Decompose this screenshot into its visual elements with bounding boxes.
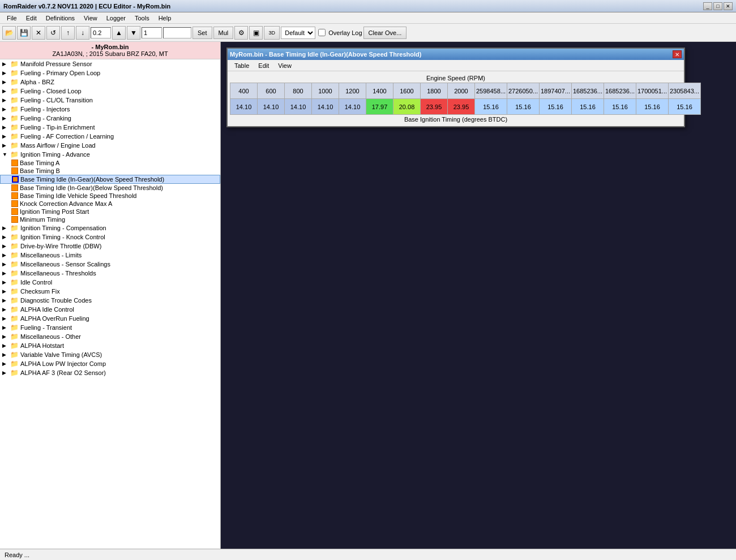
expand-icon[interactable]: ▶ [2, 288, 9, 294]
expand-icon[interactable]: ▶ [2, 334, 9, 339]
expand-icon[interactable]: ▼ [2, 152, 9, 157]
minimize-button[interactable]: _ [703, 2, 712, 10]
expand-icon[interactable]: ▶ [2, 143, 9, 148]
expand-icon[interactable]: ▶ [2, 225, 9, 231]
overlay-log-checkbox[interactable] [318, 29, 326, 36]
data-cell[interactable]: 15.16 [636, 99, 669, 115]
expand-icon[interactable]: ▶ [2, 234, 9, 240]
tree-item[interactable]: Base Timing Idle (In-Gear)(Below Speed T… [0, 184, 220, 192]
expand-icon[interactable]: ▶ [2, 307, 9, 312]
toolbar-save-button[interactable]: 💾 [17, 26, 31, 40]
data-cell[interactable]: 15.16 [540, 99, 572, 115]
tree-item[interactable]: ▶📁ALPHA AF 3 (Rear O2 Sensor) [0, 368, 220, 377]
expand-icon[interactable]: ▶ [2, 243, 9, 249]
expand-icon[interactable]: ▶ [2, 97, 9, 103]
tree-item[interactable]: ▶📁Fueling - Closed Loop [0, 87, 220, 96]
tree-item[interactable]: ▶📁Diagnostic Trouble Codes [0, 296, 220, 305]
toolbar-icon1[interactable]: ⚙ [234, 26, 248, 40]
data-cell[interactable]: 14.10 [258, 99, 285, 115]
tree-item[interactable]: Knock Correction Advance Max A [0, 200, 220, 208]
expand-icon[interactable]: ▶ [2, 70, 9, 76]
tree-item[interactable]: ▶📁Miscellaneous - Thresholds [0, 269, 220, 278]
data-cell[interactable]: 15.16 [669, 99, 701, 115]
title-bar-buttons[interactable]: _ □ ✕ [703, 2, 733, 10]
expand-icon[interactable]: ▶ [2, 61, 9, 67]
data-cell[interactable]: 20.08 [393, 99, 421, 115]
tree-item[interactable]: ▶📁Manifold Pressure Sensor [0, 59, 220, 68]
tree-item[interactable]: Ignition Timing Post Start [0, 208, 220, 216]
expand-icon[interactable]: ▶ [2, 88, 9, 94]
set-button[interactable]: Set [192, 27, 212, 39]
toolbar-input3[interactable] [163, 27, 191, 38]
expand-icon[interactable]: ▶ [2, 298, 9, 303]
data-cell[interactable]: 14.10 [285, 99, 312, 115]
tree-item[interactable]: ▶📁ALPHA Low PW Injector Comp [0, 359, 220, 368]
menu-file[interactable]: File [2, 14, 22, 23]
expand-icon[interactable]: ▶ [2, 124, 9, 130]
tree-item[interactable]: ▶📁Miscellaneous - Sensor Scalings [0, 260, 220, 269]
tree-item[interactable]: ▶📁Miscellaneous - Other [0, 332, 220, 341]
data-cell[interactable]: 14.10 [230, 99, 258, 115]
tree-item[interactable]: ▶📁Fueling - Transient [0, 323, 220, 332]
tree-item[interactable]: ▶📁Fueling - CL/OL Transition [0, 96, 220, 105]
expand-icon[interactable]: ▶ [2, 352, 9, 357]
data-cell[interactable]: 14.10 [312, 99, 339, 115]
menu-tools[interactable]: Tools [130, 14, 154, 23]
toolbar-up-button[interactable]: ↑ [61, 26, 75, 40]
data-cell[interactable]: 14.10 [339, 99, 366, 115]
expand-icon[interactable]: ▶ [2, 270, 9, 276]
data-cell[interactable]: 15.16 [475, 99, 507, 115]
data-cell[interactable]: 15.16 [507, 99, 540, 115]
toolbar-open-button[interactable]: 📂 [2, 26, 16, 40]
tree-item[interactable]: ▶📁Checksum Fix [0, 287, 220, 296]
tree-item[interactable]: ▶📁Fueling - AF Correction / Learning [0, 132, 220, 141]
expand-icon[interactable]: ▶ [2, 106, 9, 112]
toolbar-input2[interactable] [142, 27, 162, 38]
toolbar-close-button[interactable]: ✕ [32, 26, 45, 40]
tree-item[interactable]: Base Timing Idle Vehicle Speed Threshold [0, 192, 220, 200]
expand-icon[interactable]: ▶ [2, 115, 9, 121]
toolbar-arrow-up[interactable]: ▲ [112, 26, 126, 40]
menu-definitions[interactable]: Definitions [41, 14, 79, 23]
clear-ove-button[interactable]: Clear Ove... [363, 27, 407, 39]
tree-item[interactable]: ▶📁Ignition Timing - Knock Control [0, 232, 220, 242]
data-cell[interactable]: 17.97 [366, 99, 393, 115]
maximize-button[interactable]: □ [713, 2, 722, 10]
tree-item[interactable]: ▶📁Drive-by-Wire Throttle (DBW) [0, 242, 220, 251]
menu-edit[interactable]: Edit [22, 14, 41, 23]
tree-item[interactable]: ▶📁Miscellaneous - Limits [0, 251, 220, 260]
inner-close-button[interactable]: ✕ [673, 50, 682, 58]
toolbar-icon2[interactable]: ▣ [249, 26, 263, 40]
mul-button[interactable]: Mul [213, 27, 234, 39]
tree-item[interactable]: ▼📁Ignition Timing - Advance [0, 150, 220, 159]
toolbar-arrow-down[interactable]: ▼ [127, 26, 140, 40]
tree-item[interactable]: Minimum Timing [0, 216, 220, 223]
tree-item[interactable]: ▶📁Idle Control [0, 278, 220, 287]
data-cell[interactable]: 15.16 [604, 99, 636, 115]
expand-icon[interactable]: ▶ [2, 261, 9, 267]
toolbar-down-button[interactable]: ↓ [76, 26, 89, 40]
tree-item[interactable]: ▶📁Fueling - Injectors [0, 105, 220, 114]
tree-item[interactable]: ▶📁ALPHA OverRun Fueling [0, 314, 220, 323]
toolbar-input1[interactable] [91, 27, 111, 38]
menu-view[interactable]: View [79, 14, 102, 23]
tree-item[interactable]: ▶📁Fueling - Cranking [0, 114, 220, 123]
tree-item[interactable]: ▶📁Mass Airflow / Engine Load [0, 141, 220, 150]
expand-icon[interactable]: ▶ [2, 79, 9, 85]
toolbar-refresh-button[interactable]: ↺ [46, 26, 60, 40]
data-cell[interactable]: 23.95 [421, 99, 448, 115]
tree-item[interactable]: ▶📁ALPHA Idle Control [0, 305, 220, 314]
tree-item[interactable]: ▶📁Fueling - Primary Open Loop [0, 68, 220, 77]
tree-item[interactable]: ▶📁Fueling - Tip-in Enrichment [0, 123, 220, 132]
data-cell[interactable]: 15.16 [572, 99, 604, 115]
expand-icon[interactable]: ▶ [2, 279, 9, 285]
expand-icon[interactable]: ▶ [2, 316, 9, 321]
inner-menu-view[interactable]: View [273, 61, 296, 70]
menu-help[interactable]: Help [154, 14, 176, 23]
tree-item[interactable]: Base Timing A [0, 159, 220, 167]
toolbar-dropdown[interactable]: Default [281, 27, 315, 39]
tree-item[interactable]: ▶📁Ignition Timing - Compensation [0, 223, 220, 232]
menu-logger[interactable]: Logger [102, 14, 130, 23]
inner-menu-table[interactable]: Table [230, 61, 254, 70]
tree-item[interactable]: ▶📁Variable Valve Timing (AVCS) [0, 350, 220, 359]
